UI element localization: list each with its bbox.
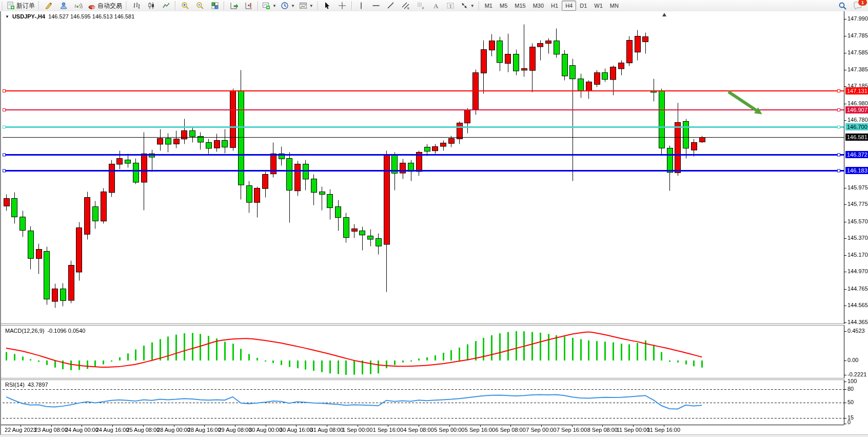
styler-button[interactable] bbox=[41, 0, 56, 11]
periods-icon bbox=[281, 2, 289, 10]
autotrade-label: 自动交易 bbox=[97, 2, 122, 10]
zoom-in-button[interactable] bbox=[177, 0, 192, 11]
new-order-button[interactable]: 新订单 bbox=[5, 0, 37, 11]
date-label: 6 Sep 08:00 bbox=[496, 427, 526, 433]
date-label: 25 Aug 08:00 bbox=[126, 427, 160, 433]
chevron-down-icon: ▼ bbox=[272, 4, 277, 8]
date-label: 8 Sep 08:00 bbox=[587, 427, 618, 433]
toolbar-grip[interactable] bbox=[1, 2, 4, 10]
tile-windows-button[interactable] bbox=[207, 0, 222, 11]
text-button[interactable]: A bbox=[428, 0, 443, 11]
arrows-button[interactable]: ▼ bbox=[458, 0, 477, 11]
toolbar-grip[interactable] bbox=[478, 2, 480, 10]
one-click-trading-toggle[interactable]: ▼ bbox=[5, 14, 9, 19]
line-chart-button[interactable] bbox=[159, 0, 173, 11]
bar-chart-icon bbox=[132, 2, 141, 10]
toolbar-grip[interactable] bbox=[317, 2, 319, 10]
chevron-down-icon: ▼ bbox=[470, 4, 475, 8]
date-label: 5 Sep 00:00 bbox=[434, 427, 464, 433]
date-label: 11 Sep 16:00 bbox=[647, 427, 680, 433]
ohlc-readout: 146.527 146.595 146.513 146.581 bbox=[48, 13, 134, 20]
horizontal-line-icon bbox=[372, 2, 380, 10]
timeframe-bar: M1M5M15M30H1H4D1W1MN bbox=[481, 1, 622, 11]
pane-separator-macd[interactable] bbox=[1, 324, 845, 326]
timeframe-H1[interactable]: H1 bbox=[547, 1, 562, 11]
date-label: 23 Aug 08:00 bbox=[34, 427, 68, 433]
candlestick-button[interactable] bbox=[144, 0, 159, 11]
new-order-icon bbox=[7, 2, 15, 10]
timeframe-H4[interactable]: H4 bbox=[562, 1, 576, 11]
templates-icon bbox=[299, 2, 307, 10]
crosshair-icon bbox=[338, 2, 346, 10]
timeframe-D1[interactable]: D1 bbox=[576, 1, 590, 11]
chat-button[interactable]: 1 bbox=[850, 0, 865, 11]
trendline-button[interactable] bbox=[384, 0, 399, 11]
vertical-line-icon bbox=[357, 2, 365, 10]
price-axis-label: 145.975 bbox=[847, 184, 868, 191]
date-label: 24 Aug 00:00 bbox=[65, 427, 98, 433]
macd-axis-label: 0.4523 bbox=[847, 328, 865, 334]
indicators-button[interactable]: ▼ bbox=[260, 0, 279, 11]
notification-badge: 1 bbox=[858, 0, 867, 6]
rsi-pane-title: RSI(14) 43.7897 bbox=[5, 382, 48, 388]
timeframe-M15[interactable]: M15 bbox=[511, 1, 529, 11]
timeframe-M5[interactable]: M5 bbox=[496, 1, 511, 11]
price-axis-label: 145.370 bbox=[847, 235, 868, 241]
search-button[interactable] bbox=[835, 0, 850, 11]
rsi-axis-label: 100 bbox=[847, 378, 857, 384]
cursor-button[interactable] bbox=[320, 0, 335, 11]
zoom-out-button[interactable] bbox=[192, 0, 207, 11]
text-icon: A bbox=[431, 2, 440, 10]
arrows-icon bbox=[460, 2, 468, 10]
profile-button[interactable] bbox=[56, 0, 71, 11]
timeframe-MN[interactable]: MN bbox=[606, 1, 622, 11]
price-badge-146.372: 146.372 bbox=[845, 151, 868, 158]
channel-button[interactable]: E bbox=[399, 0, 413, 11]
periods-button[interactable]: ▼ bbox=[279, 0, 297, 11]
zoom-in-icon bbox=[181, 2, 189, 10]
date-label: 28 Aug 00:00 bbox=[157, 427, 190, 433]
price-axis-label: 145.170 bbox=[847, 252, 868, 258]
chart-shift-button[interactable] bbox=[241, 0, 256, 11]
price-axis-label: 147.385 bbox=[847, 66, 868, 72]
chevron-down-icon: ▼ bbox=[309, 4, 313, 8]
toolbar-grip[interactable] bbox=[125, 2, 128, 10]
signal-button[interactable] bbox=[71, 0, 86, 11]
price-badge-146.700: 146.700 bbox=[845, 123, 868, 130]
toolbar-separator bbox=[258, 1, 259, 10]
date-label: 7 Sep 16:00 bbox=[557, 427, 587, 433]
auto-scroll-button[interactable] bbox=[226, 0, 241, 11]
autotrade-button[interactable]: 自动交易 bbox=[86, 0, 124, 11]
timeframe-M30[interactable]: M30 bbox=[529, 1, 547, 11]
price-axis-label: 147.585 bbox=[847, 49, 868, 55]
templates-button[interactable]: ▼ bbox=[297, 0, 315, 11]
chart-canvas[interactable] bbox=[1, 11, 868, 437]
crosshair-button[interactable] bbox=[335, 0, 350, 11]
macd-axis-label: 0.00 bbox=[847, 357, 858, 363]
label-button[interactable]: T bbox=[443, 0, 458, 11]
price-axis-label: 145.570 bbox=[847, 218, 868, 224]
autotrade-icon bbox=[88, 2, 96, 10]
chart-shift-icon bbox=[245, 2, 253, 10]
fibonacci-button[interactable]: F bbox=[413, 0, 428, 11]
label-icon: T bbox=[446, 2, 455, 10]
date-label: 30 Aug 16:00 bbox=[280, 427, 313, 433]
timeframe-W1[interactable]: W1 bbox=[590, 1, 606, 11]
bar-chart-button[interactable] bbox=[129, 0, 144, 11]
trendline-icon bbox=[387, 2, 395, 10]
window-bottom-edge bbox=[0, 434, 868, 437]
pane-separator-rsi[interactable] bbox=[1, 378, 845, 380]
price-axis-label: 144.565 bbox=[847, 302, 868, 308]
date-label: 4 Sep 08:00 bbox=[403, 427, 433, 433]
toolbar-separator bbox=[351, 1, 352, 10]
chevron-down-icon: ▼ bbox=[291, 4, 295, 8]
price-badge-146.183: 146.183 bbox=[845, 167, 868, 174]
vertical-line-button[interactable] bbox=[354, 0, 369, 11]
price-axis-label: 144.970 bbox=[847, 268, 868, 274]
date-label: 29 Aug 08:00 bbox=[218, 427, 251, 433]
new-order-label: 新订单 bbox=[16, 2, 35, 10]
horizontal-line-button[interactable] bbox=[369, 0, 384, 11]
rsi-axis-label: 0 bbox=[847, 419, 851, 425]
timeframe-M1[interactable]: M1 bbox=[481, 1, 496, 11]
macd-pane-title: MACD(12,26,9) -0.1096 0.0540 bbox=[5, 328, 85, 334]
